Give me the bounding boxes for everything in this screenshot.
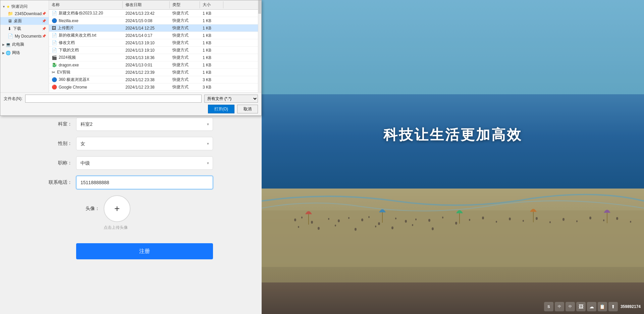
- dept-select-wrapper[interactable]: 科室2 ▼: [76, 117, 213, 131]
- submit-button[interactable]: 注册: [76, 243, 213, 259]
- file-row[interactable]: 🖼 上传图片 2024/1/14 12:25 快捷方式 1 KB: [49, 24, 258, 32]
- network-section: ▶ 🌐 网络: [0, 49, 49, 57]
- file-type-icon: 🖼: [52, 25, 56, 31]
- filetype-select[interactable]: 所有文件 (*.*): [204, 95, 258, 103]
- file-row[interactable]: 🎬 2024视频 2024/1/13 18:36 快捷方式 1 KB: [49, 54, 258, 61]
- filename-row: 文件名(N): 所有文件 (*.*): [4, 95, 258, 103]
- file-row[interactable]: 🐉 dragon.exe 2024/1/13 0:01 快捷方式 1 KB: [49, 61, 258, 69]
- color-overlay: [262, 0, 644, 314]
- taskbar-icon-clipboard[interactable]: 📋: [598, 302, 607, 311]
- title-select[interactable]: 中级: [76, 156, 213, 170]
- file-type-icon: 🎬: [52, 55, 57, 60]
- taskbar-icon-img[interactable]: 🖼: [576, 302, 586, 311]
- col-name[interactable]: 名称: [49, 1, 123, 8]
- title-label: 职称：: [49, 160, 72, 166]
- file-type: 快捷方式: [170, 10, 200, 17]
- file-row[interactable]: 📄 新建文档备份2023.12.20 2024/1/13 23:42 快捷方式 …: [49, 10, 258, 17]
- title-select-wrapper[interactable]: 中级 ▼: [76, 156, 213, 170]
- file-row[interactable]: 🔴 Google Chrome 2024/1/12 23:38 快捷方式 3 K…: [49, 84, 258, 91]
- submit-row: 注册: [49, 240, 213, 259]
- file-type: 快捷方式: [170, 32, 200, 39]
- file-type-icon: ✂: [52, 70, 55, 75]
- file-name: 📄 新的收藏夹改文档.txt: [49, 32, 123, 39]
- file-row[interactable]: 🔵 360 极速浏览器X 2024/1/12 23:38 快捷方式 3 KB: [49, 76, 258, 84]
- file-name: 🐉 dragon.exe: [49, 61, 123, 68]
- file-type-icon: 📄: [52, 33, 57, 38]
- star-icon: ★: [6, 4, 10, 9]
- col-size[interactable]: 大小: [200, 1, 223, 8]
- taskbar-icon-zh2[interactable]: 中: [566, 302, 575, 311]
- col-type[interactable]: 类型: [170, 1, 200, 8]
- file-name-text: 新的收藏夹改文档.txt: [59, 33, 96, 38]
- file-name: 📄 修改文档: [49, 39, 123, 46]
- file-size: 1 KB: [200, 17, 223, 24]
- file-name-text: 新建文档备份2023.12.20: [59, 10, 103, 16]
- gender-row: 性别： 女 ▼: [49, 137, 213, 150]
- col-date[interactable]: 修改日期: [123, 1, 170, 8]
- file-type: 快捷方式: [170, 69, 200, 76]
- this-pc-label: 此电脑: [12, 42, 24, 47]
- up-icon: ⬆: [611, 304, 615, 309]
- title-row: 职称： 中级 ▼: [49, 156, 213, 170]
- dialog-sidebar: ▼ ★ 快速访问 📁 2345Download 📌 🖥 桌面 📌: [0, 0, 49, 92]
- open-button[interactable]: 打开(O): [208, 105, 234, 113]
- sidebar-item-downloads[interactable]: ⬇ 下载 📌: [0, 25, 49, 33]
- phone-label: 联系电话：: [49, 179, 72, 186]
- file-date: 2024/1/13 19:10: [123, 47, 170, 54]
- dialog-body: ▼ ★ 快速访问 📁 2345Download 📌 🖥 桌面 📌: [0, 0, 261, 92]
- arrow-icon: ▼: [2, 5, 5, 8]
- file-type: 快捷方式: [170, 76, 200, 83]
- docs-icon: 📄: [8, 34, 13, 39]
- phone-input[interactable]: [76, 176, 213, 189]
- sidebar-item-2345download[interactable]: 📁 2345Download 📌: [0, 10, 49, 17]
- file-size: 1 KB: [200, 39, 223, 46]
- file-size: 3 KB: [200, 84, 223, 91]
- file-row[interactable]: 📄 新的收藏夹改文档.txt 2024/1/14 0:17 快捷方式 1 KB: [49, 32, 258, 39]
- file-size: 1 KB: [200, 61, 223, 68]
- file-row[interactable]: ✂ EV剪辑 2024/1/12 23:39 快捷方式 1 KB: [49, 69, 258, 76]
- file-type-icon: 🔴: [52, 85, 57, 90]
- s-icon: S: [547, 305, 550, 309]
- arrow-net-icon: ▶: [2, 51, 5, 55]
- file-row[interactable]: 🔵 filezilla.exe 2024/1/15 0:08 快捷方式 1 KB: [49, 17, 258, 24]
- file-list[interactable]: 📄 新建文档备份2023.12.20 2024/1/13 23:42 快捷方式 …: [49, 10, 258, 92]
- file-size: 1 KB: [200, 54, 223, 61]
- cancel-button[interactable]: 取消: [237, 105, 258, 113]
- file-name: 🔵 filezilla.exe: [49, 17, 123, 24]
- sidebar-item-this-pc[interactable]: ▶ 💻 此电脑: [0, 41, 49, 48]
- taskbar-icon-cloud[interactable]: ☁: [587, 302, 596, 311]
- dialog-scrollbar[interactable]: [258, 0, 261, 92]
- file-name-text: 上传图片: [58, 25, 74, 31]
- sidebar-item-network[interactable]: ▶ 🌐 网络: [0, 49, 49, 56]
- taskbar-icon-up[interactable]: ⬆: [608, 302, 618, 311]
- gender-select-wrapper[interactable]: 女 ▼: [76, 137, 213, 150]
- file-name: 📄 新建文档备份2023.12.20: [49, 10, 123, 17]
- file-type: 快捷方式: [170, 17, 200, 24]
- taskbar-icon-s[interactable]: S: [544, 302, 553, 311]
- taskbar-icon-zh1[interactable]: 中: [555, 302, 564, 311]
- sidebar-label-2345: 2345Download: [15, 11, 42, 16]
- avatar-upload-button[interactable]: +: [104, 195, 130, 222]
- file-date: 2024/1/13 0:01: [123, 61, 170, 68]
- file-date: 2024/1/14 12:25: [123, 24, 170, 32]
- dept-select[interactable]: 科室2: [76, 117, 213, 131]
- file-row[interactable]: 📄 修改文档 2024/1/13 19:10 快捷方式 1 KB: [49, 39, 258, 47]
- file-type-icon: 🐉: [52, 62, 57, 67]
- network-icon: 🌐: [6, 51, 11, 55]
- sidebar-item-my-documents[interactable]: 📄 My Documents 📌: [0, 33, 49, 40]
- sidebar-item-desktop[interactable]: 🖥 桌面 📌: [0, 17, 49, 25]
- file-date: 2024/1/15 0:08: [123, 17, 170, 24]
- file-size: 1 KB: [200, 69, 223, 76]
- filename-input[interactable]: [25, 95, 202, 103]
- file-row[interactable]: 📄 下载的文档 2024/1/13 19:10 快捷方式 1 KB: [49, 47, 258, 54]
- file-name: 🔵 360 极速浏览器X: [49, 76, 123, 83]
- taskbar-time: 359892174: [621, 304, 641, 309]
- file-size: 1 KB: [200, 32, 223, 39]
- network-label: 网络: [12, 50, 20, 56]
- file-type: 快捷方式: [170, 61, 200, 68]
- gender-select[interactable]: 女: [76, 137, 213, 150]
- pc-icon: 💻: [6, 42, 11, 47]
- file-type-icon: 🔵: [52, 77, 57, 82]
- sidebar-item-quick-access[interactable]: ▼ ★ 快速访问: [0, 3, 49, 10]
- right-panel: 科技让生活更加高效 S 中 中 🖼 ☁ 📋 ⬆ 359892174: [262, 0, 644, 314]
